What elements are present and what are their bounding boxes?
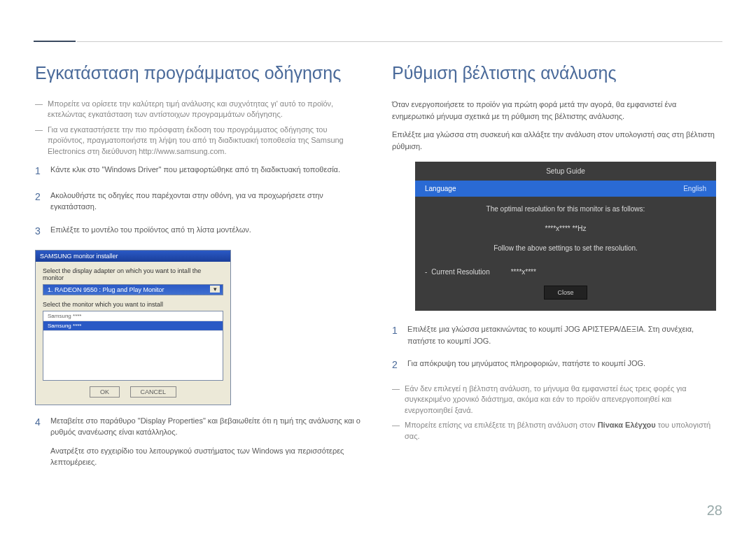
left-note-2: ― Για να εγκαταστήσετε την πιο πρόσφατη … (35, 125, 364, 157)
step-text: Κάντε κλικ στο "Windows Driver" που μετα… (50, 164, 364, 178)
setup-language-row[interactable]: Language English (415, 181, 716, 197)
step-2: 2 Ακολουθήστε τις οδηγίες που παρέχονται… (35, 190, 364, 213)
setup-title: Setup Guide (415, 162, 716, 181)
right-intro-1: Όταν ενεργοποιήσετε το προϊόν για πρώτη … (392, 99, 721, 122)
setup-current-resolution: - Current Resolution ****x**** (415, 261, 716, 286)
step-text: Επιλέξτε μια γλώσσα μετακινώντας το κουμ… (407, 323, 721, 346)
right-note-2: ― Μπορείτε επίσης να επιλέξετε τη βέλτισ… (392, 420, 721, 442)
step-text: Μεταβείτε στο παράθυρο "Display Properti… (50, 415, 364, 468)
left-steps: 1 Κάντε κλικ στο "Windows Driver" που με… (35, 164, 364, 239)
step-text: Για απόκρυψη του μηνύματος πληροφοριών, … (407, 358, 721, 372)
left-steps-cont: 4 Μεταβείτε στο παράθυρο "Display Proper… (35, 415, 364, 468)
close-button[interactable]: Close (544, 286, 587, 300)
step-number: 2 (35, 190, 50, 213)
setup-close-row: Close (415, 286, 716, 311)
installer-label-monitor: Select the monitor which you want to ins… (43, 301, 223, 308)
step-number: 2 (392, 358, 407, 372)
step-text: Ακολουθήστε τις οδηγίες που παρέχονται σ… (50, 190, 364, 213)
note-text: Για να εγκαταστήσετε την πιο πρόσφατη έκ… (48, 125, 364, 157)
header-accent (34, 41, 76, 42)
two-column-layout: Εγκατάσταση προγράμματος οδήγησης ― Μπορ… (35, 63, 721, 479)
step4-main: Μεταβείτε στο παράθυρο "Display Properti… (50, 416, 360, 437)
left-column: Εγκατάσταση προγράμματος οδήγησης ― Μπορ… (35, 63, 364, 479)
note2-bold: Πίνακα Ελέγχου (598, 421, 656, 429)
right-note-1: ― Εάν δεν επιλεγεί η βέλτιστη ανάλυση, τ… (392, 384, 721, 416)
dash-icon: ― (35, 99, 48, 120)
installer-adapter-dropdown[interactable]: 1. RADEON 9550 : Plug and Play Monitor (43, 284, 223, 295)
step4-sub: Ανατρέξτε στο εγχειρίδιο του λειτουργικο… (50, 445, 364, 468)
step-number: 4 (35, 415, 50, 468)
step-1: 1 Κάντε κλικ στο "Windows Driver" που με… (35, 164, 364, 178)
installer-window: SAMSUNG monitor installer Select the dis… (35, 250, 231, 405)
step-number: 3 (35, 224, 50, 239)
dash-icon: ― (392, 384, 405, 416)
setup-language-value: English (683, 185, 706, 192)
setup-language-label: Language (425, 185, 456, 192)
header-rule (77, 41, 722, 42)
right-column: Ρύθμιση βέλτιστης ανάλυσης Όταν ενεργοπο… (392, 63, 721, 479)
minus-icon: - (425, 268, 427, 276)
dash-icon: ― (392, 420, 405, 442)
note-text: Μπορείτε να ορίσετε την καλύτερη τιμή αν… (48, 99, 364, 120)
installer-body: Select the display adapter on which you … (36, 262, 230, 405)
step-3: 3 Επιλέξτε το μοντέλο του προϊόντος από … (35, 224, 364, 239)
installer-buttons: OK CANCEL (43, 386, 223, 398)
setup-message: The optimal resolution for this monitor … (415, 197, 716, 261)
installer-titlebar: SAMSUNG monitor installer (36, 251, 230, 262)
right-intro-2: Επιλέξτε μια γλώσσα στη συσκευή και αλλά… (392, 129, 721, 152)
step-number: 1 (35, 164, 50, 178)
step-text: Επιλέξτε το μοντέλο του προϊόντος από τη… (50, 224, 364, 239)
dash-icon: ― (35, 125, 48, 157)
note2-pre: Μπορείτε επίσης να επιλέξετε τη βέλτιστη… (405, 421, 598, 429)
setup-line2: ****x**** **Hz (421, 223, 710, 234)
right-heading: Ρύθμιση βέλτιστης ανάλυσης (392, 63, 721, 83)
list-item[interactable]: Samsung **** (43, 321, 223, 331)
current-res-label: Current Resolution (431, 268, 489, 276)
note-text: Εάν δεν επιλεγεί η βέλτιστη ανάλυση, το … (405, 384, 721, 416)
step-4: 4 Μεταβείτε στο παράθυρο "Display Proper… (35, 415, 364, 468)
setup-line1: The optimal resolution for this monitor … (421, 204, 710, 215)
installer-monitor-list[interactable]: Samsung **** Samsung **** (43, 311, 223, 381)
left-note-1: ― Μπορείτε να ορίσετε την καλύτερη τιμή … (35, 99, 364, 120)
page-number: 28 (707, 503, 722, 519)
step-number: 1 (392, 323, 407, 346)
installer-label-adapter: Select the display adapter on which you … (43, 267, 223, 281)
ok-button[interactable]: OK (90, 386, 120, 398)
current-res-value: ****x**** (511, 268, 536, 276)
right-steps: 1 Επιλέξτε μια γλώσσα μετακινώντας το κο… (392, 323, 721, 372)
setup-line3: Follow the above settings to set the res… (421, 243, 710, 254)
list-item[interactable]: Samsung **** (43, 311, 223, 321)
note-text: Μπορείτε επίσης να επιλέξετε τη βέλτιστη… (405, 420, 721, 442)
left-heading: Εγκατάσταση προγράμματος οδήγησης (35, 63, 364, 83)
cancel-button[interactable]: CANCEL (130, 386, 177, 398)
setup-guide-panel: Setup Guide Language English The optimal… (415, 162, 716, 311)
step-2: 2 Για απόκρυψη του μηνύματος πληροφοριών… (392, 358, 721, 372)
installer-screenshot: SAMSUNG monitor installer Select the dis… (35, 250, 231, 405)
step-1: 1 Επιλέξτε μια γλώσσα μετακινώντας το κο… (392, 323, 721, 346)
